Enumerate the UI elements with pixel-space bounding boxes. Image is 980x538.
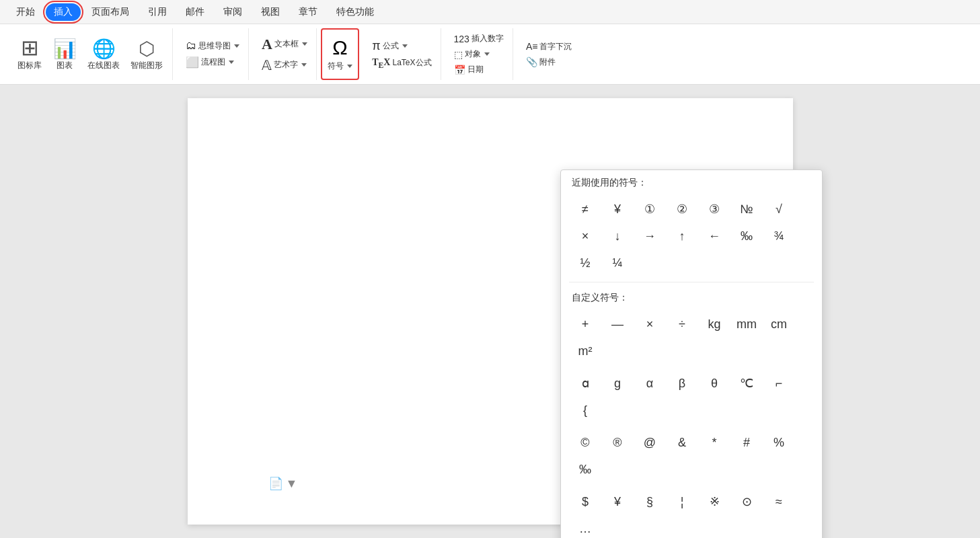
symbol-threequarters[interactable]: ¾ bbox=[763, 223, 795, 249]
mindmap-label: 思维导图 bbox=[198, 40, 231, 52]
latex-button[interactable]: TEX LaTeX公式 bbox=[369, 56, 435, 71]
menu-item-shitu[interactable]: 视图 bbox=[253, 3, 288, 21]
textbox-button[interactable]: A 文本框 bbox=[258, 34, 311, 54]
symbol-downarrow[interactable]: ↓ bbox=[601, 223, 634, 249]
symbol-no[interactable]: № bbox=[730, 196, 763, 223]
menu-item-charu[interactable]: 插入 bbox=[46, 3, 81, 21]
symbol-m2[interactable]: m² bbox=[569, 338, 601, 364]
insert-num-button[interactable]: 123 插入数字 bbox=[451, 32, 507, 46]
symbol-plus[interactable]: + bbox=[569, 311, 601, 338]
symbol-percent[interactable]: % bbox=[763, 429, 795, 456]
firstcap-button[interactable]: A≡ 首字下沉 bbox=[523, 40, 576, 54]
symbol-times[interactable]: × bbox=[569, 223, 601, 249]
tubiaoku-label: 图标库 bbox=[17, 60, 42, 71]
symbol-rightarrow[interactable]: → bbox=[634, 223, 666, 249]
symbol-dropdown-icon bbox=[347, 65, 352, 68]
symbol-half[interactable]: ½ bbox=[569, 249, 601, 276]
symbol-yen[interactable]: ¥ bbox=[601, 196, 634, 223]
symbol-at[interactable]: @ bbox=[634, 429, 666, 456]
firstcap-icon: A≡ bbox=[526, 41, 538, 52]
mindmap-dropdown-icon bbox=[234, 44, 239, 48]
symbol-permille2[interactable]: ‰ bbox=[569, 456, 601, 483]
menu-item-yinyong[interactable]: 引用 bbox=[140, 3, 175, 21]
symbol-circle1[interactable]: ① bbox=[634, 196, 666, 223]
symbol-circle3[interactable]: ③ bbox=[698, 196, 730, 223]
symbol-reference[interactable]: ※ bbox=[698, 488, 730, 515]
symbol-cm[interactable]: cm bbox=[763, 311, 795, 338]
flowchart-button[interactable]: ⬜ 流程图 bbox=[182, 54, 243, 70]
insert-num-icon: 123 bbox=[454, 34, 469, 44]
symbol-circledot[interactable]: ⊙ bbox=[730, 488, 763, 515]
menu-item-zhangjie[interactable]: 章节 bbox=[291, 3, 326, 21]
symbol-lbrace[interactable]: { bbox=[569, 397, 601, 424]
arttext-icon: 𝔸 bbox=[262, 57, 272, 73]
symbol-brokenbar[interactable]: ¦ bbox=[666, 488, 698, 515]
symbol-circle2[interactable]: ② bbox=[666, 196, 698, 223]
symbol-ellipsis[interactable]: … bbox=[569, 515, 601, 538]
formula-label: 公式 bbox=[383, 40, 399, 52]
symbol-uparrow[interactable]: ↑ bbox=[666, 223, 698, 249]
page-chevron: ▼ bbox=[286, 477, 298, 491]
ribbon-group-insert: 123 插入数字 ⬚ 对象 📅 日期 bbox=[445, 28, 513, 80]
symbol-sqrt[interactable]: √ bbox=[763, 196, 795, 223]
zalingtubiao-label: 在线图表 bbox=[87, 60, 120, 71]
date-button[interactable]: 📅 日期 bbox=[451, 63, 507, 77]
symbol-permille[interactable]: ‰ bbox=[730, 223, 763, 249]
ribbon-group-shapes: ⊞ 图标库 📊 图表 🌐 在线图表 ⬡ 智能图形 bbox=[8, 28, 173, 80]
symbol-alpha[interactable]: α bbox=[634, 370, 666, 397]
symbol-asterisk[interactable]: * bbox=[698, 429, 730, 456]
symbol-alpha-open[interactable]: ɑ bbox=[569, 370, 601, 397]
object-dropdown-icon bbox=[484, 52, 490, 56]
zalingtubiao-button[interactable]: 🌐 在线图表 bbox=[83, 37, 124, 74]
zalingtubiao-icon: 🌐 bbox=[92, 40, 116, 59]
custom-symbols-row4: $ ¥ § ¦ ※ ⊙ ≈ … bbox=[561, 486, 822, 538]
menu-item-tese[interactable]: 特色功能 bbox=[328, 3, 382, 21]
arttext-button[interactable]: 𝔸 艺术字 bbox=[258, 56, 311, 75]
symbol-celsius[interactable]: ℃ bbox=[730, 370, 763, 397]
symbol-beta[interactable]: β bbox=[666, 370, 698, 397]
symbol-theta[interactable]: θ bbox=[698, 370, 730, 397]
symbol-section[interactable]: § bbox=[634, 488, 666, 515]
symbol-dash[interactable]: — bbox=[601, 311, 634, 338]
textbox-icon: A bbox=[262, 36, 272, 53]
menu-item-shenhe[interactable]: 审阅 bbox=[215, 3, 250, 21]
symbol-approx[interactable]: ≈ bbox=[763, 488, 795, 515]
zhinengtuxing-icon: ⬡ bbox=[139, 40, 155, 59]
symbol-quarter[interactable]: ¼ bbox=[601, 249, 634, 276]
symbol-hash[interactable]: # bbox=[730, 429, 763, 456]
menu-bar: 开始 插入 页面布局 引用 邮件 审阅 视图 章节 特色功能 bbox=[0, 0, 980, 24]
symbol-leftarrow[interactable]: ← bbox=[698, 223, 730, 249]
symbol-g[interactable]: g bbox=[601, 370, 634, 397]
symbol-copyright[interactable]: © bbox=[569, 429, 601, 456]
symbol-neq[interactable]: ≠ bbox=[569, 196, 601, 223]
menu-item-youjian[interactable]: 邮件 bbox=[178, 3, 213, 21]
symbol-cross[interactable]: × bbox=[634, 311, 666, 338]
formula-button[interactable]: π 公式 bbox=[369, 38, 435, 54]
formula-icon: π bbox=[372, 39, 380, 53]
menu-item-yemian[interactable]: 页面布局 bbox=[83, 3, 137, 21]
textbox-label: 文本框 bbox=[274, 38, 299, 50]
object-button[interactable]: ⬚ 对象 bbox=[451, 47, 507, 61]
page-bottom-widget[interactable]: 📄 ▼ bbox=[268, 476, 298, 491]
symbol-label-text: 符号 bbox=[328, 61, 344, 71]
misc-row: A≡ 首字下沉 📎 附件 bbox=[523, 40, 576, 69]
document-area: 📄 ▼ 近期使用的符号： ≠ ¥ ① ② ③ № √ × ↓ → ↑ ← ‰ ¾… bbox=[0, 85, 980, 538]
attach-button[interactable]: 📎 附件 bbox=[523, 55, 576, 69]
tubiao-button[interactable]: 📊 图表 bbox=[48, 37, 81, 74]
custom-symbols-row2: ɑ g α β θ ℃ ⌐ { bbox=[561, 367, 822, 426]
zhinengtuxing-button[interactable]: ⬡ 智能图形 bbox=[126, 37, 167, 74]
symbol-yen2[interactable]: ¥ bbox=[601, 488, 634, 515]
symbol-icon: Ω bbox=[332, 36, 347, 59]
symbol-dollar[interactable]: $ bbox=[569, 488, 601, 515]
custom-symbols-row1: + — × ÷ kg mm cm m² bbox=[561, 308, 822, 367]
symbol-amp[interactable]: & bbox=[666, 429, 698, 456]
mindmap-button[interactable]: 🗂 思维导图 bbox=[182, 38, 243, 53]
tubiaoku-button[interactable]: ⊞ 图标库 bbox=[13, 34, 46, 74]
symbol-lnot[interactable]: ⌐ bbox=[763, 370, 795, 397]
symbol-kg[interactable]: kg bbox=[698, 311, 730, 338]
symbol-mm[interactable]: mm bbox=[730, 311, 763, 338]
symbol-div[interactable]: ÷ bbox=[666, 311, 698, 338]
symbol-button[interactable]: Ω 符号 bbox=[324, 34, 356, 75]
symbol-registered[interactable]: ® bbox=[601, 429, 634, 456]
menu-item-kaishi[interactable]: 开始 bbox=[8, 3, 43, 21]
